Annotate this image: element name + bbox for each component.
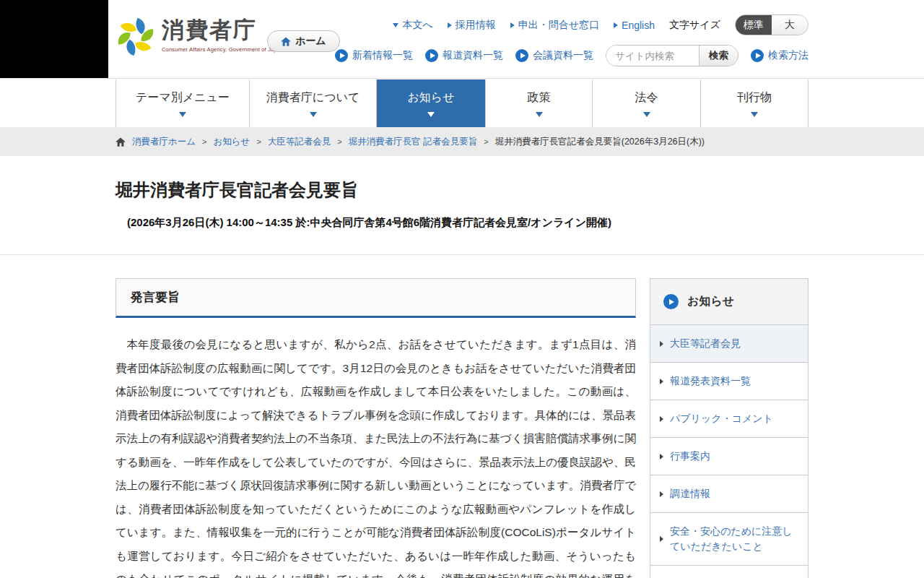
utility-nav: 本文へ 採用情報 申出・問合せ窓口 English 文字サイズ 標準 大 <box>393 14 808 35</box>
divider <box>0 254 924 255</box>
sidebar-news: お知らせ 大臣等記者会見 報道発表資料一覧 パブリック・コメント 行事案内 調達… <box>650 278 808 578</box>
sidebar-item-procurement-info[interactable]: 調達情報 <box>650 475 808 513</box>
pinwheel-logo-icon <box>116 16 156 58</box>
page-title: 堀井消費者庁長官記者会見要旨 <box>116 178 358 202</box>
link-search-help[interactable]: 検索方法 <box>751 49 808 62</box>
page: 消費者庁 Consumer Affairs Agency, Government… <box>0 0 924 578</box>
link-english[interactable]: English <box>614 20 655 31</box>
nav-item-news[interactable]: お知らせ <box>376 79 485 127</box>
circle-arrow-icon <box>751 49 764 62</box>
statement-paragraph-1: 本年度最後の会見になると思いますが、私から2点、お話をさせていただきます。まず1… <box>116 333 636 578</box>
page-subtitle: (2026年3月26日(木) 14:00～14:35 於:中央合同庁舎第4号館6… <box>127 216 611 230</box>
breadcrumb-separator: > <box>256 137 261 146</box>
sidebar-item-new-info-list[interactable]: 新着情報一覧 <box>650 566 808 578</box>
triangle-down-icon <box>393 23 398 27</box>
chevron-down-icon <box>310 112 317 117</box>
sidebar-item-event-info[interactable]: 行事案内 <box>650 438 808 475</box>
font-size-large-button[interactable]: 大 <box>772 15 808 35</box>
triangle-right-icon <box>510 22 515 28</box>
quick-links-row: 新着情報一覧 報道資料一覧 会議資料一覧 検索 検索方法 <box>335 45 808 66</box>
circle-arrow-icon <box>425 49 438 62</box>
breadcrumb-current-page: 堀井消費者庁長官記者会見要旨(2026年3月26日(木)) <box>495 136 705 148</box>
breadcrumb: 消費者庁ホーム > お知らせ > 大臣等記者会見 > 堀井消費者庁長官 記者会見… <box>116 136 705 148</box>
breadcrumb-news[interactable]: お知らせ <box>214 136 250 148</box>
font-size-standard-button[interactable]: 標準 <box>736 15 772 35</box>
nav-item-laws[interactable]: 法令 <box>592 79 700 127</box>
link-press-materials[interactable]: 報道資料一覧 <box>425 49 503 62</box>
circle-arrow-icon <box>515 49 528 62</box>
triangle-right-icon <box>660 454 663 460</box>
breadcrumb-bar: 消費者庁ホーム > お知らせ > 大臣等記者会見 > 堀井消費者庁長官 記者会見… <box>0 127 924 156</box>
sidebar-header: お知らせ <box>650 279 808 325</box>
home-icon <box>281 37 291 46</box>
nav-item-about-agency[interactable]: 消費者庁について <box>249 79 376 127</box>
triangle-right-icon <box>448 22 452 28</box>
triangle-right-icon <box>660 536 663 542</box>
search-input[interactable] <box>606 46 699 66</box>
section-heading: 発言要旨 <box>116 278 636 318</box>
breadcrumb-separator: > <box>484 137 488 146</box>
sidebar-item-safety-cautions[interactable]: 安全・安心のために注意していただきたいこと <box>650 513 808 566</box>
chevron-down-icon <box>643 112 650 117</box>
logo-title: 消費者庁 <box>162 16 284 45</box>
link-new-info-list[interactable]: 新着情報一覧 <box>335 49 413 62</box>
sidebar-item-public-comment[interactable]: パブリック・コメント <box>650 400 808 438</box>
font-size-label: 文字サイズ <box>669 19 720 32</box>
triangle-right-icon <box>660 341 663 347</box>
sidebar-item-minister-press-conference[interactable]: 大臣等記者会見 <box>650 325 808 363</box>
breadcrumb-commissioner-summary[interactable]: 堀井消費者庁長官 記者会見要旨 <box>349 136 477 148</box>
link-to-content[interactable]: 本文へ <box>393 19 432 32</box>
site-search: 検索 <box>606 45 738 66</box>
breadcrumb-home[interactable]: 消費者庁ホーム <box>132 136 196 148</box>
chevron-down-icon <box>536 112 543 117</box>
breadcrumb-separator: > <box>202 137 206 146</box>
nav-item-publications[interactable]: 刊行物 <box>700 79 808 127</box>
nav-item-policy[interactable]: 政策 <box>485 79 592 127</box>
triangle-right-icon <box>660 379 663 384</box>
sidebar-title: お知らせ <box>687 294 734 309</box>
sidebar-item-press-release-list[interactable]: 報道発表資料一覧 <box>650 363 808 400</box>
breadcrumb-press-conference[interactable]: 大臣等記者会見 <box>268 136 331 148</box>
home-icon <box>116 137 126 147</box>
circle-arrow-icon <box>663 294 679 309</box>
agency-logo[interactable]: 消費者庁 Consumer Affairs Agency, Government… <box>116 16 284 58</box>
main-nav: テーマ別メニュー 消費者庁について お知らせ 政策 法令 刊行物 <box>0 78 924 127</box>
header-left-black-area <box>0 0 108 79</box>
triangle-right-icon <box>614 22 618 28</box>
statement-body: 本年度最後の会見になると思いますが、私から2点、お話をさせていただきます。まず1… <box>116 333 636 578</box>
triangle-right-icon <box>660 416 663 422</box>
logo-subtitle: Consumer Affairs Agency, Government of J… <box>162 46 284 53</box>
chevron-down-icon <box>179 112 186 117</box>
home-button-label: ホーム <box>295 35 326 48</box>
font-size-toggle: 標準 大 <box>735 14 808 35</box>
search-button[interactable]: 検索 <box>699 45 738 66</box>
chevron-down-icon <box>427 112 435 117</box>
link-meeting-materials[interactable]: 会議資料一覧 <box>515 49 593 62</box>
link-recruit[interactable]: 採用情報 <box>448 19 496 32</box>
link-contact[interactable]: 申出・問合せ窓口 <box>510 19 599 32</box>
nav-item-theme-menu[interactable]: テーマ別メニュー <box>116 79 249 127</box>
chevron-down-icon <box>751 112 758 117</box>
triangle-right-icon <box>660 491 663 497</box>
breadcrumb-separator: > <box>337 137 341 146</box>
site-header: 消費者庁 Consumer Affairs Agency, Government… <box>0 0 924 78</box>
circle-arrow-icon <box>335 49 348 62</box>
home-button[interactable]: ホーム <box>267 30 340 52</box>
